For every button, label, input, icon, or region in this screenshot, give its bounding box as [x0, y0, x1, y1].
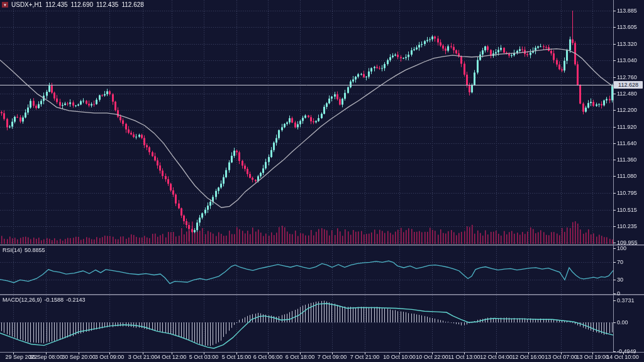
trading-chart-window: ▼ USDX+,H1 112.435 112.690 112.435 112.6…: [0, 0, 644, 362]
chart-canvas[interactable]: [0, 0, 644, 362]
